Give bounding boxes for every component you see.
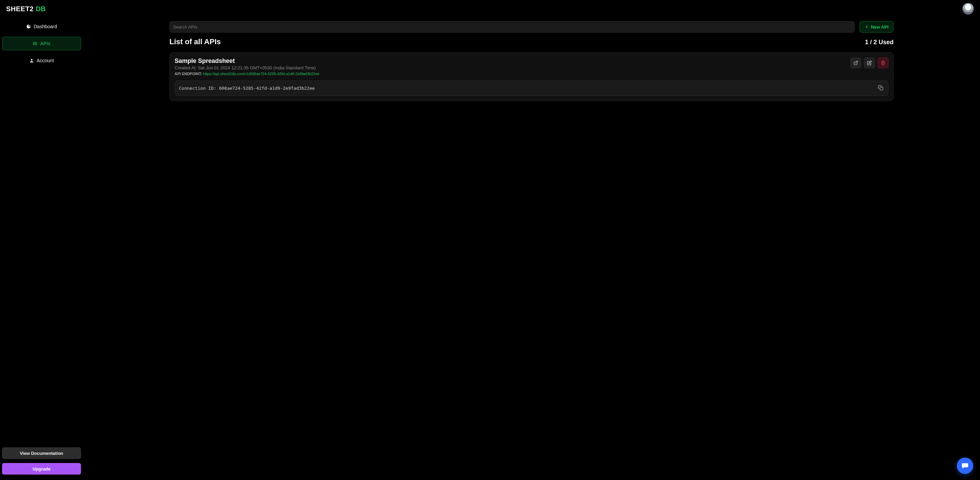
- sidebar: Dashboard APIs Account View Documentatio…: [0, 18, 83, 480]
- copy-connection-id-button[interactable]: [877, 84, 884, 92]
- search-input[interactable]: [173, 24, 851, 30]
- topbar: SHEET2 DB: [0, 0, 980, 18]
- connection-id-box: Connection ID: 608ae724-5285-42fd-a1d9-2…: [175, 81, 888, 96]
- card-head: Sample Spreadsheet Created At: Sat Jun 0…: [175, 57, 888, 76]
- card-actions: [850, 57, 888, 68]
- new-api-label: New API: [871, 24, 888, 30]
- external-link-icon: [853, 60, 858, 65]
- main-content: New API List of all APIs 1 / 2 Used Samp…: [83, 18, 980, 480]
- sidebar-item-label: Dashboard: [34, 24, 57, 29]
- brand-part2: DB: [36, 5, 46, 13]
- sidebar-item-account[interactable]: Account: [2, 54, 81, 67]
- delete-api-button[interactable]: [878, 57, 888, 68]
- endpoint-url[interactable]: https://api.sheet2db.com/v1/608ae724-528…: [203, 72, 320, 76]
- api-endpoint: API ENDPOINT: https://api.sheet2db.com/v…: [175, 72, 320, 76]
- connection-text: Connection ID: 608ae724-5285-42fd-a1d9-2…: [179, 86, 315, 91]
- pie-chart-icon: [26, 24, 31, 29]
- created-value: Sat Jun 01 2024 12:21:35 GMT+0530 (India…: [198, 65, 316, 70]
- svg-rect-10: [880, 87, 883, 90]
- upgrade-button[interactable]: Upgrade: [2, 463, 81, 475]
- api-created: Created At: Sat Jun 01 2024 12:21:35 GMT…: [175, 65, 320, 70]
- svg-point-6: [30, 59, 32, 60]
- list-header: List of all APIs 1 / 2 Used: [169, 37, 894, 46]
- svg-line-9: [856, 61, 858, 63]
- avatar[interactable]: [962, 3, 974, 14]
- user-icon: [29, 58, 34, 63]
- api-card: Sample Spreadsheet Created At: Sat Jun 0…: [169, 52, 894, 101]
- endpoint-label: API ENDPOINT:: [175, 72, 202, 76]
- chat-icon: [961, 462, 969, 469]
- api-title: Sample Spreadsheet: [175, 57, 320, 65]
- search-wrap: [169, 21, 855, 33]
- list-icon: [33, 41, 37, 46]
- brand-part1: SHEET2: [6, 5, 34, 13]
- edit-api-button[interactable]: [864, 57, 875, 68]
- copy-icon: [878, 85, 883, 90]
- svg-point-5: [33, 44, 34, 45]
- sidebar-item-apis[interactable]: APIs: [2, 37, 81, 50]
- new-api-button[interactable]: New API: [859, 21, 894, 33]
- connection-label: Connection ID:: [179, 86, 216, 91]
- card-info: Sample Spreadsheet Created At: Sat Jun 0…: [175, 57, 320, 76]
- view-documentation-button[interactable]: View Documentation: [2, 447, 81, 459]
- sidebar-nav: Dashboard APIs Account: [2, 20, 81, 67]
- open-api-button[interactable]: [850, 57, 861, 68]
- svg-point-3: [33, 42, 34, 43]
- sidebar-item-dashboard[interactable]: Dashboard: [2, 20, 81, 33]
- sidebar-item-label: APIs: [40, 41, 50, 46]
- created-label: Created At:: [175, 65, 197, 70]
- trash-icon: [881, 60, 885, 65]
- connection-id: 608ae724-5285-42fd-a1d9-2e9fad3b22ee: [219, 86, 315, 91]
- page-title: List of all APIs: [169, 37, 221, 46]
- toolbar: New API: [169, 21, 894, 33]
- sidebar-bottom: View Documentation Upgrade: [2, 447, 81, 478]
- usage-counter: 1 / 2 Used: [865, 39, 894, 46]
- plus-icon: [865, 25, 869, 29]
- chat-button[interactable]: [957, 458, 973, 474]
- brand-logo: SHEET2 DB: [6, 5, 46, 13]
- edit-icon: [867, 60, 872, 65]
- sidebar-item-label: Account: [37, 58, 54, 63]
